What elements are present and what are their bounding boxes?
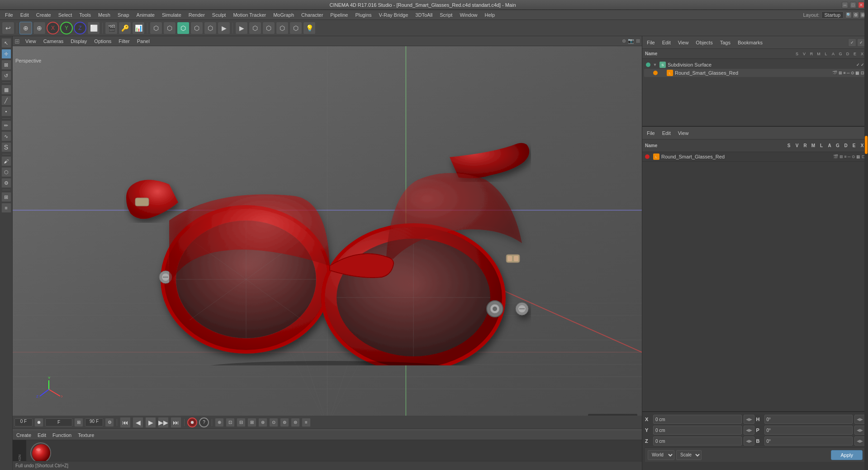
menu-sculpt[interactable]: Sculpt <box>209 11 229 19</box>
obj-menu-tags[interactable]: Tags <box>718 39 732 46</box>
menu-character[interactable]: Character <box>298 11 326 19</box>
menu-motion-tracker[interactable]: Motion Tracker <box>230 11 269 19</box>
coord-z-field[interactable]: 0 cm <box>653 436 742 446</box>
tl-key-btn-2[interactable]: ⊡ <box>226 418 235 427</box>
coord-h-field[interactable]: 0° <box>764 415 853 424</box>
toolbar-settings-icon[interactable]: ⚙ <box>853 12 859 18</box>
tl-key-btn-6[interactable]: ⊙ <box>269 418 278 427</box>
vp-menu-cameras[interactable]: Cameras <box>42 38 66 44</box>
menu-help[interactable]: Help <box>482 11 498 19</box>
maximize-button[interactable]: □ <box>850 2 856 8</box>
object-button-3[interactable]: ⬡ <box>177 22 190 34</box>
tl-play-back[interactable]: ◀ <box>133 417 143 428</box>
render-button-2[interactable]: ⬡ <box>249 22 261 34</box>
object-button-5[interactable]: ⬡ <box>204 22 217 34</box>
right-panel-scrollbar[interactable] <box>864 0 868 470</box>
frame-end-input[interactable]: 90 F <box>85 418 103 427</box>
coord-h-arrows[interactable]: ◀▶ <box>854 415 865 424</box>
vp-menu-display[interactable]: Display <box>69 38 89 44</box>
obj-glasses-red[interactable]: L Round_Smart_Glasses_Red 🎬 ⊞ ≡ ─ ⊙ ▦ ⊡ <box>644 69 866 77</box>
attr-item-glasses[interactable]: L Round_Smart_Glasses_Red 🎬 ⊞ ≡ ─ ⊙ ▦ ⊡ <box>642 152 868 162</box>
axis-x-button[interactable]: X <box>47 22 59 34</box>
tl-play-fwd[interactable]: ▶ <box>145 417 156 428</box>
material-swatch-red[interactable] <box>30 442 51 463</box>
transform-button[interactable]: ⬜ <box>87 22 100 34</box>
mode-move-button[interactable]: ⊕ <box>19 22 32 34</box>
menu-file[interactable]: File <box>2 11 16 19</box>
mat-menu-create[interactable]: Create <box>14 432 33 438</box>
object-button-6[interactable]: ▶ <box>218 22 230 34</box>
tl-info-btn[interactable]: ? <box>199 417 209 427</box>
sidebar-point-btn[interactable]: • <box>1 106 11 116</box>
sidebar-edge-btn[interactable]: ╱ <box>1 96 11 106</box>
sidebar-poly-btn[interactable]: ▦ <box>1 85 11 95</box>
vp-menu-panel[interactable]: Panel <box>135 38 152 44</box>
render-button-4[interactable]: ⬡ <box>276 22 289 34</box>
obj-menu-file[interactable]: File <box>645 39 657 46</box>
close-button[interactable]: ✕ <box>858 2 864 8</box>
tl-btn-record[interactable]: ⏺ <box>34 418 43 427</box>
layout-value[interactable]: Startup <box>821 11 844 19</box>
render-button-3[interactable]: ⬡ <box>262 22 275 34</box>
menu-script[interactable]: Script <box>436 11 455 19</box>
frame-start-input[interactable]: 0 F <box>14 418 33 427</box>
undo-button[interactable]: ↩ <box>2 22 14 34</box>
obj-menu-edit[interactable]: Edit <box>660 39 673 46</box>
tl-key-btn-8[interactable]: ⊜ <box>291 418 300 427</box>
coord-b-field[interactable]: 0° <box>764 436 853 446</box>
attr-menu-view[interactable]: View <box>676 130 691 136</box>
render-button-1[interactable]: ▶ <box>235 22 248 34</box>
obj-expand-glasses[interactable] <box>659 70 665 76</box>
menu-edit[interactable]: Edit <box>17 11 32 19</box>
object-button-4[interactable]: ⬡ <box>190 22 203 34</box>
vp-move-icon[interactable]: ⊕ <box>622 38 626 44</box>
vp-maximize-icon[interactable]: ⊞ <box>636 38 640 44</box>
sidebar-scale-btn[interactable]: ⊠ <box>1 60 11 70</box>
light-button[interactable]: 💡 <box>303 22 316 34</box>
menu-tools[interactable]: Tools <box>76 11 94 19</box>
axis-z-button[interactable]: Z <box>74 22 86 34</box>
coord-p-arrows[interactable]: ◀▶ <box>854 426 865 435</box>
record-button[interactable]: 🎬 <box>105 22 118 34</box>
menu-create[interactable]: Create <box>33 11 54 19</box>
viewport-area[interactable]: ⊞ View Cameras Display Options Filter Pa… <box>13 36 642 416</box>
sidebar-spline-btn[interactable]: ∿ <box>1 131 11 141</box>
frame-input[interactable] <box>45 418 72 427</box>
object-button-2[interactable]: ⬡ <box>163 22 176 34</box>
tl-key-btn-5[interactable]: ⊛ <box>258 418 267 427</box>
sidebar-magnet-btn[interactable]: S <box>1 142 11 152</box>
sidebar-rotate-btn[interactable]: ↺ <box>1 71 11 81</box>
tl-btn-expand[interactable]: ⊞ <box>74 418 83 427</box>
menu-mesh[interactable]: Mesh <box>95 11 114 19</box>
coord-scale-select[interactable]: Scale Size <box>676 450 702 460</box>
scroll-thumb[interactable] <box>865 136 868 154</box>
menu-simulate[interactable]: Simulate <box>159 11 185 19</box>
vp-camera-icon[interactable]: 📷 <box>628 38 634 44</box>
timeline-button[interactable]: 📊 <box>132 22 145 34</box>
tl-goto-end[interactable]: ⏭ <box>171 417 181 428</box>
menu-select[interactable]: Select <box>55 11 76 19</box>
object-button-1[interactable]: ⬡ <box>150 22 162 34</box>
attr-menu-edit[interactable]: Edit <box>660 130 673 136</box>
sidebar-select-btn[interactable]: ↖ <box>1 38 11 48</box>
coord-y-field[interactable]: 0 cm <box>653 426 742 435</box>
sidebar-grid-btn[interactable]: ⊞ <box>1 192 11 202</box>
render-button-5[interactable]: ⬡ <box>289 22 302 34</box>
menu-window[interactable]: Window <box>456 11 480 19</box>
obj-menu-bookmarks[interactable]: Bookmarks <box>736 39 764 46</box>
tl-record-btn[interactable]: ⏺ <box>187 417 197 427</box>
viewport-3d[interactable]: X Y Z Perspective Grid Spacing : 1 cm <box>13 46 642 416</box>
sidebar-move-btn[interactable]: ✛ <box>1 49 11 59</box>
coord-y-arrows[interactable]: ◀▶ <box>744 426 754 435</box>
attr-menu-file[interactable]: File <box>645 130 657 136</box>
mat-menu-texture[interactable]: Texture <box>76 432 96 438</box>
coord-z-arrows[interactable]: ◀▶ <box>744 436 754 446</box>
obj-subdivision-surface[interactable]: ▼ S Subdivision Surface ✓ ✓ <box>644 61 866 69</box>
sidebar-layer-btn[interactable]: ≡ <box>1 203 11 213</box>
obj-menu-view[interactable]: View <box>676 39 691 46</box>
sidebar-sculpt-btn[interactable]: ⬡ <box>1 167 11 177</box>
mode-scale-button[interactable]: ⊕ <box>33 22 46 34</box>
minimize-button[interactable]: ─ <box>842 2 848 8</box>
menu-pipeline[interactable]: Pipeline <box>327 11 351 19</box>
menu-vray[interactable]: V-Ray Bridge <box>376 11 412 19</box>
